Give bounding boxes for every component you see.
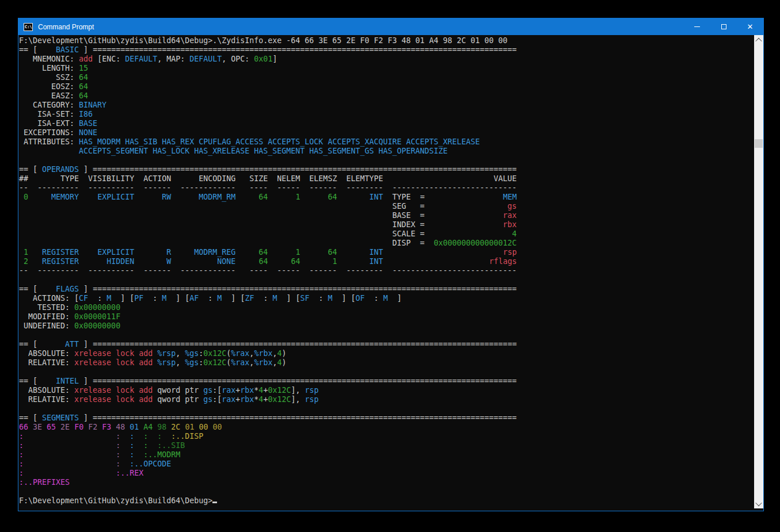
- terminal-line: ISA-SET: I86: [19, 110, 754, 119]
- terminal-line: 66 3E 65 2E F0 F2 F3 48 01 A4 98 2C 01 0…: [19, 423, 754, 432]
- scrollbar-thumb[interactable]: [755, 139, 763, 148]
- terminal-line: ATTRIBUTES: HAS_MODRM HAS_SIB HAS_REX CP…: [19, 137, 754, 147]
- terminal-line: LENGTH: 15: [19, 64, 754, 73]
- terminal-output[interactable]: F:\Development\GitHub\zydis\Build64\Debu…: [19, 36, 754, 511]
- terminal-line: ABSOLUTE: xrelease lock add qword ptr gs…: [19, 386, 754, 395]
- close-icon: ✕: [747, 22, 754, 31]
- terminal-line: ACTIONS: [CF : M ] [PF : M ] [AF : M ] […: [19, 294, 754, 303]
- terminal-line: SCALE = 4: [19, 229, 754, 239]
- terminal-line: ISA-EXT: BASE: [19, 119, 754, 128]
- terminal-line: : :..REX: [19, 469, 754, 478]
- terminal-line: : : : : :..SIB: [19, 441, 754, 450]
- terminal-line: == [ OPERANDS ] ========================…: [19, 165, 754, 174]
- terminal-line: == [ SEGMENTS ] ========================…: [19, 414, 754, 423]
- terminal-line: F:\Development\GitHub\zydis\Build64\Debu…: [19, 36, 754, 45]
- terminal-line: == [ ATT ] =============================…: [19, 340, 754, 349]
- maximize-button[interactable]: [710, 18, 737, 35]
- terminal-line: [19, 275, 754, 285]
- minimize-icon: [694, 26, 700, 27]
- chevron-up-icon: [755, 37, 762, 44]
- text-cursor: [212, 502, 217, 503]
- title-bar[interactable]: C:\ Command Prompt ✕: [18, 18, 763, 35]
- terminal-line: : : : : : :..DISP: [19, 432, 754, 441]
- terminal-line: TESTED: 0x00000000: [19, 303, 754, 312]
- terminal-line: -- --------- ---------- ------ ---------…: [19, 266, 754, 275]
- console-area[interactable]: F:\Development\GitHub\zydis\Build64\Debu…: [18, 35, 763, 511]
- terminal-line: [19, 331, 754, 340]
- terminal-line: EXCEPTIONS: NONE: [19, 128, 754, 137]
- terminal-line: 2 REGISTER HIDDEN W NONE 64 64 1 INT rfl…: [19, 257, 754, 266]
- window-controls: ✕: [684, 18, 763, 35]
- terminal-line: CATEGORY: BINARY: [19, 101, 754, 110]
- terminal-line: DISP = 0x000000000000012C: [19, 239, 754, 248]
- terminal-line: -- --------- ---------- ------ ---------…: [19, 183, 754, 193]
- terminal-line: MNEMONIC: add [ENC: DEFAULT, MAP: DEFAUL…: [19, 55, 754, 64]
- vertical-scrollbar[interactable]: [754, 35, 763, 508]
- terminal-line: == [ INTEL ] ===========================…: [19, 377, 754, 386]
- terminal-line: RELATIVE: xrelease lock add qword ptr gs…: [19, 395, 754, 404]
- terminal-line: EASZ: 64: [19, 91, 754, 101]
- terminal-line: [19, 156, 754, 165]
- terminal-line: INDEX = rbx: [19, 220, 754, 229]
- terminal-line: : : : :..MODRM: [19, 450, 754, 460]
- terminal-line: ## TYPE VISIBILITY ACTION ENCODING SIZE …: [19, 174, 754, 183]
- terminal-line: [19, 368, 754, 377]
- terminal-line: : : :..OPCODE: [19, 460, 754, 469]
- terminal-line: BASE = rax: [19, 211, 754, 220]
- terminal-line: 1 REGISTER EXPLICIT R MODRM_REG 64 1 64 …: [19, 248, 754, 257]
- terminal-line: == [ BASIC ] ===========================…: [19, 45, 754, 55]
- terminal-line: UNDEFINED: 0x00000000: [19, 322, 754, 331]
- terminal-line: EOSZ: 64: [19, 82, 754, 91]
- terminal-line: ABSOLUTE: xrelease lock add %rsp, %gs:0x…: [19, 349, 754, 358]
- window-title: Command Prompt: [38, 23, 684, 31]
- terminal-line: 0 MEMORY EXPLICIT RW MODRM_RM 64 1 64 IN…: [19, 193, 754, 202]
- terminal-line: == [ FLAGS ] ===========================…: [19, 285, 754, 294]
- command-prompt-window: C:\ Command Prompt ✕ F:\Development\GitH…: [18, 18, 764, 511]
- terminal-line: F:\Development\GitHub\zydis\Build64\Debu…: [19, 496, 754, 506]
- terminal-line: :..PREFIXES: [19, 478, 754, 487]
- maximize-icon: [721, 24, 726, 29]
- terminal-line: ACCEPTS_SEGMENT HAS_LOCK HAS_XRELEASE HA…: [19, 147, 754, 156]
- scroll-down-button[interactable]: [754, 499, 763, 508]
- terminal-line: [19, 487, 754, 496]
- terminal-line: [19, 404, 754, 414]
- close-button[interactable]: ✕: [737, 18, 763, 35]
- scroll-up-button[interactable]: [754, 35, 763, 45]
- minimize-button[interactable]: [684, 18, 710, 35]
- terminal-line: SEG = gs: [19, 202, 754, 211]
- terminal-line: SSZ: 64: [19, 73, 754, 82]
- cmd-icon: C:\: [24, 23, 33, 31]
- terminal-line: RELATIVE: xrelease lock add %rsp, %gs:0x…: [19, 358, 754, 368]
- chevron-down-icon: [755, 499, 762, 506]
- terminal-line: MODIFIED: 0x0000011F: [19, 312, 754, 322]
